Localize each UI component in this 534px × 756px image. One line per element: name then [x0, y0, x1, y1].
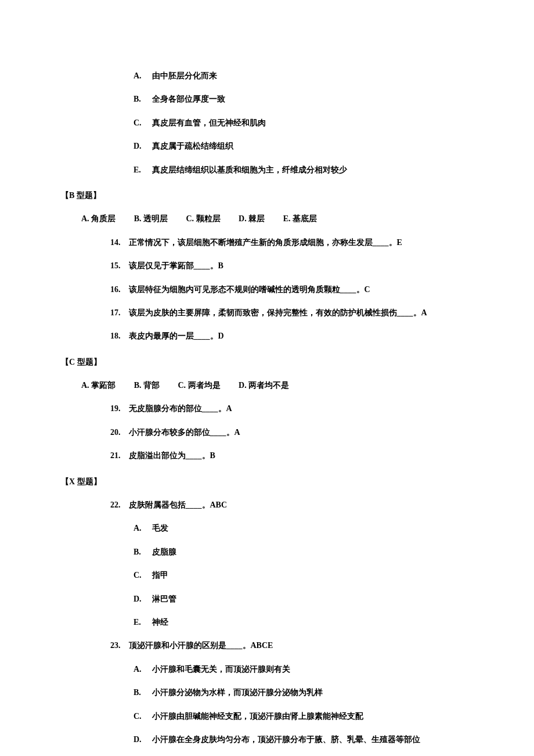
section-c-header: 【C 型题】	[46, 356, 488, 369]
question-number: 18.	[110, 330, 127, 343]
choice-c: C. 颗粒层	[186, 214, 220, 223]
question-text: 无皮脂腺分布的部位____。A	[129, 404, 232, 413]
q22-option-a: A. 毛发	[46, 522, 488, 535]
exam-page: A. 由中胚层分化而来 B. 全身各部位厚度一致 C. 真皮层有血管，但无神经和…	[0, 0, 534, 756]
option-marker: A.	[134, 522, 150, 535]
choice-c: C. 两者均是	[178, 381, 220, 390]
question-19: 19. 无皮脂腺分布的部位____。A	[46, 402, 488, 415]
question-14: 14. 正常情况下，该层细胞不断增殖产生新的角质形成细胞，亦称生发层____。E	[46, 236, 488, 249]
question-23: 23. 顶泌汗腺和小汗腺的区别是____。ABCE	[46, 639, 488, 652]
question-number: 16.	[110, 283, 127, 296]
question-16: 16. 该层特征为细胞内可见形态不规则的嗜碱性的透明角质颗粒____。C	[46, 283, 488, 296]
option-text: 毛发	[152, 524, 168, 532]
question-number: 20.	[110, 426, 127, 439]
q23-option-a: A. 小汗腺和毛囊无关，而顶泌汗腺则有关	[46, 663, 488, 676]
question-17: 17. 该层为皮肤的主要屏障，柔韧而致密，保持完整性，有效的防护机械性损伤___…	[46, 307, 488, 319]
option-text: 指甲	[152, 571, 168, 579]
option-marker: B.	[134, 93, 150, 106]
question-number: 15.	[110, 260, 127, 272]
section-x-header: 【X 型题】	[46, 476, 488, 488]
question-20: 20. 小汗腺分布较多的部位____。A	[46, 426, 488, 439]
option-text: 皮脂腺	[152, 548, 176, 556]
option-marker: B.	[134, 686, 150, 699]
section-b-choices: A. 角质层 B. 透明层 C. 颗粒层 D. 棘层 E. 基底层	[46, 213, 488, 225]
option-text: 小汗腺和毛囊无关，而顶泌汗腺则有关	[152, 665, 290, 674]
question-text: 小汗腺分布较多的部位____。A	[129, 428, 240, 437]
option-marker: A.	[134, 663, 150, 676]
q22-option-e: E. 神经	[46, 616, 488, 629]
question-text: 皮脂溢出部位为____。B	[129, 451, 215, 460]
question-text: 表皮内最厚的一层____。D	[129, 332, 224, 340]
question-number: 21.	[110, 449, 127, 462]
option-marker: B.	[134, 546, 150, 559]
option-text: 神经	[152, 618, 168, 627]
question-number: 22.	[110, 499, 127, 512]
top-option-a: A. 由中胚层分化而来	[46, 70, 488, 82]
q23-option-c: C. 小汗腺由胆碱能神经支配，顶泌汗腺由肾上腺素能神经支配	[46, 710, 488, 723]
option-marker: C.	[134, 117, 150, 129]
question-21: 21. 皮脂溢出部位为____。B	[46, 449, 488, 462]
question-text: 该层仅见于掌跖部____。B	[129, 261, 223, 270]
question-22: 22. 皮肤附属器包括____。ABC	[46, 499, 488, 512]
top-option-d: D. 真皮属于疏松结缔组织	[46, 140, 488, 153]
option-marker: A.	[134, 70, 150, 82]
question-18: 18. 表皮内最厚的一层____。D	[46, 330, 488, 343]
option-marker: D.	[134, 593, 150, 606]
option-marker: D.	[134, 733, 150, 746]
choice-b: B. 透明层	[134, 214, 168, 223]
choice-a: A. 掌跖部	[81, 381, 116, 390]
question-15: 15. 该层仅见于掌跖部____。B	[46, 260, 488, 272]
q22-option-c: C. 指甲	[46, 569, 488, 582]
section-b-header: 【B 型题】	[46, 189, 488, 202]
section-c-choices: A. 掌跖部 B. 背部 C. 两者均是 D. 两者均不是	[46, 379, 488, 392]
q23-option-b: B. 小汗腺分泌物为水样，而顶泌汗腺分泌物为乳样	[46, 686, 488, 699]
option-text: 全身各部位厚度一致	[152, 95, 225, 103]
option-text: 真皮属于疏松结缔组织	[152, 142, 233, 150]
question-number: 17.	[110, 307, 127, 319]
choice-e: E. 基底层	[283, 214, 317, 223]
option-text: 小汗腺在全身皮肤均匀分布，顶泌汗腺分布于腋、脐、乳晕、生殖器等部位	[152, 735, 420, 744]
question-text: 顶泌汗腺和小汗腺的区别是____。ABCE	[129, 641, 273, 650]
q22-option-b: B. 皮脂腺	[46, 546, 488, 559]
option-text: 淋巴管	[152, 595, 176, 603]
question-number: 14.	[110, 236, 127, 249]
top-option-e: E. 真皮层结缔组织以基质和细胞为主，纤维成分相对较少	[46, 164, 488, 177]
question-number: 19.	[110, 402, 127, 415]
choice-a: A. 角质层	[81, 214, 116, 223]
option-marker: E.	[134, 616, 150, 629]
q22-option-d: D. 淋巴管	[46, 593, 488, 606]
option-text: 小汗腺由胆碱能神经支配，顶泌汗腺由肾上腺素能神经支配	[152, 712, 363, 721]
option-text: 真皮层结缔组织以基质和细胞为主，纤维成分相对较少	[152, 165, 347, 174]
option-marker: D.	[134, 140, 150, 153]
question-text: 正常情况下，该层细胞不断增殖产生新的角质形成细胞，亦称生发层____。E	[129, 238, 402, 247]
option-text: 真皮层有血管，但无神经和肌肉	[152, 118, 266, 127]
option-marker: E.	[134, 164, 150, 177]
question-text: 该层为皮肤的主要屏障，柔韧而致密，保持完整性，有效的防护机械性损伤____。A	[129, 308, 427, 317]
choice-b: B. 背部	[134, 381, 160, 390]
choice-d: D. 两者均不是	[239, 381, 289, 390]
top-option-c: C. 真皮层有血管，但无神经和肌肉	[46, 117, 488, 129]
option-text: 由中胚层分化而来	[152, 71, 217, 80]
option-text: 小汗腺分泌物为水样，而顶泌汗腺分泌物为乳样	[152, 688, 323, 697]
question-text: 皮肤附属器包括____。ABC	[129, 501, 228, 509]
top-option-b: B. 全身各部位厚度一致	[46, 93, 488, 106]
q23-option-d: D. 小汗腺在全身皮肤均匀分布，顶泌汗腺分布于腋、脐、乳晕、生殖器等部位	[46, 733, 488, 746]
option-marker: C.	[134, 569, 150, 582]
choice-d: D. 棘层	[239, 214, 265, 223]
question-text: 该层特征为细胞内可见形态不规则的嗜碱性的透明角质颗粒____。C	[129, 285, 370, 294]
question-number: 23.	[110, 639, 127, 652]
option-marker: C.	[134, 710, 150, 723]
